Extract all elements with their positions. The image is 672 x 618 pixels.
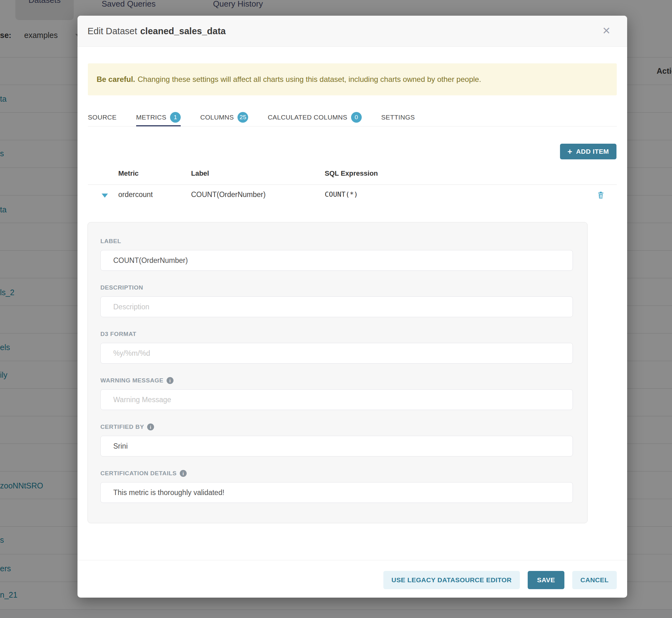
field-warning-message: WARNING MESSAGE i [100,377,573,410]
field-d3-format: D3 FORMAT [100,330,573,364]
screen: Datasets Saved Queries Query History se:… [0,0,672,618]
field-description-caption: DESCRIPTION [100,284,573,291]
tab-settings[interactable]: SETTINGS [381,109,415,126]
field-certification-details: CERTIFICATION DETAILS i [100,470,573,503]
use-legacy-datasource-editor-button[interactable]: USE LEGACY DATASOURCE EDITOR [383,571,520,589]
metric-name: ordercount [118,190,153,199]
field-description-text: DESCRIPTION [100,284,143,291]
field-description: DESCRIPTION [100,284,573,317]
field-certified-by-text: CERTIFIED BY [100,423,144,430]
field-d3-format-text: D3 FORMAT [100,331,136,337]
add-item-button[interactable]: + ADD ITEM [560,144,616,160]
modal-title: Edit Dataset cleaned_sales_data [88,16,225,46]
metric-table-row: ordercount COUNT(OrderNumber) COUNT(*) [88,187,617,205]
field-d3-format-caption: D3 FORMAT [100,330,573,338]
column-header-label: Label [191,170,209,178]
tab-metrics[interactable]: METRICS 1 [136,109,181,126]
tab-metrics-badge: 1 [170,112,181,123]
info-icon[interactable]: i [167,377,174,384]
metric-label: COUNT(OrderNumber) [191,190,266,199]
footer-divider [78,560,627,560]
modal-header: Edit Dataset cleaned_sales_data ✕ [78,16,627,47]
tab-calculated-columns-badge: 0 [351,112,362,123]
tab-source[interactable]: SOURCE [88,109,117,126]
field-warning-message-caption: WARNING MESSAGE i [100,377,573,384]
tab-calculated-columns-label: CALCULATED COLUMNS [268,114,347,121]
modal-tabs: SOURCE METRICS 1 COLUMNS 25 CALCULATED C… [88,109,617,126]
trash-icon[interactable] [597,191,605,199]
info-icon[interactable]: i [147,423,154,430]
tab-columns-label: COLUMNS [200,114,234,121]
certification-details-input[interactable] [100,482,573,503]
tab-source-label: SOURCE [88,114,117,121]
tab-calculated-columns[interactable]: CALCULATED COLUMNS 0 [268,109,362,126]
tab-columns[interactable]: COLUMNS 25 [200,109,248,126]
warning-banner-bold: Be careful. [97,75,135,84]
description-input[interactable] [100,296,573,317]
add-item-label: ADD ITEM [576,148,609,155]
field-certified-by-caption: CERTIFIED BY i [100,423,573,431]
warning-banner-text: Changing these settings will affect all … [138,75,481,84]
certified-by-input[interactable] [100,436,573,456]
cancel-button[interactable]: CANCEL [572,571,617,589]
field-label-caption: LABEL [100,237,573,245]
edit-dataset-modal: Edit Dataset cleaned_sales_data ✕ Be car… [78,16,627,598]
metrics-table-header: Metric Label SQL Expression [88,166,617,185]
modal-title-prefix: Edit Dataset [88,26,137,36]
field-label-text: LABEL [100,238,121,245]
warning-message-input[interactable] [100,389,573,410]
field-certified-by: CERTIFIED BY i [100,423,573,456]
column-header-sql: SQL Expression [325,170,378,178]
tab-metrics-label: METRICS [136,114,167,121]
label-input[interactable] [100,250,573,271]
warning-banner: Be careful. Changing these settings will… [88,63,617,95]
modal-footer: USE LEGACY DATASOURCE EDITOR SAVE CANCEL [383,571,617,589]
save-button[interactable]: SAVE [528,571,564,589]
metric-detail-panel: LABEL DESCRIPTION D3 FORMAT WARNING MESS… [88,222,588,523]
plus-icon: + [568,147,573,156]
tab-columns-badge: 25 [237,112,248,123]
info-icon[interactable]: i [180,470,187,477]
field-label: LABEL [100,237,573,271]
tab-settings-label: SETTINGS [381,114,415,121]
collapse-caret-icon[interactable] [102,194,108,198]
d3-format-input[interactable] [100,343,573,364]
field-warning-message-text: WARNING MESSAGE [100,377,164,384]
modal-dataset-name: cleaned_sales_data [140,26,225,36]
column-header-metric: Metric [118,170,139,178]
field-certification-details-text: CERTIFICATION DETAILS [100,470,177,477]
field-certification-details-caption: CERTIFICATION DETAILS i [100,470,573,477]
metric-sql-expression: COUNT(*) [325,190,358,198]
close-icon[interactable]: ✕ [599,24,613,38]
